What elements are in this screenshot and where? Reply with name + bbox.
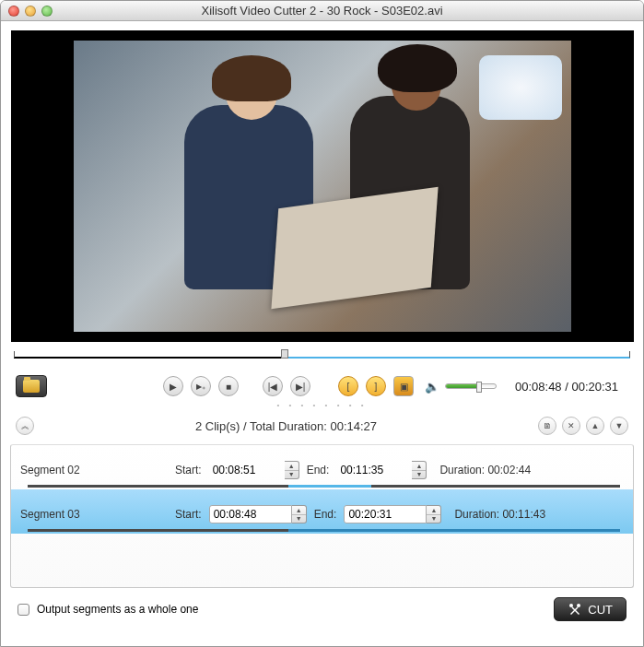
traffic-lights: [8, 6, 53, 17]
segment-name: Segment 02: [20, 464, 168, 476]
start-label: Start:: [175, 508, 202, 521]
clips-summary: 2 Clip(s) / Total Duration: 00:14:27: [34, 419, 538, 433]
play-pause-button[interactable]: ▶₊: [191, 376, 211, 396]
start-label: Start:: [175, 464, 202, 476]
segment-name: Segment 03: [20, 508, 168, 521]
collapse-list-button[interactable]: ︽: [16, 417, 34, 435]
zoom-window-button[interactable]: [41, 6, 53, 17]
timeline-playhead[interactable]: [281, 349, 288, 359]
time-readout: 00:08:48 / 00:20:31: [515, 380, 618, 394]
output-whole-label: Output segments as a whole one: [37, 603, 198, 616]
chevron-up-icon: ︽: [21, 420, 29, 432]
end-label: End:: [314, 508, 337, 521]
play-small-icon: ▶₊: [196, 382, 205, 391]
segment-mini-timeline: [28, 485, 620, 488]
arrow-down-icon: ▼: [615, 421, 624, 430]
scissors-icon: [568, 602, 582, 617]
total-time: 00:20:31: [571, 380, 618, 394]
duration-readout: Duration: 00:11:43: [454, 508, 545, 521]
video-preview-area[interactable]: [11, 30, 634, 342]
cut-button-label: CUT: [588, 603, 613, 617]
open-file-button[interactable]: [16, 375, 47, 397]
start-stepper[interactable]: ▲▼: [292, 505, 307, 523]
mark-in-button[interactable]: [: [338, 376, 358, 396]
segment-mini-timeline: [28, 529, 620, 532]
new-segment-button[interactable]: 🗎: [538, 417, 556, 435]
segments-panel: Segment 02Start:▲▼End:▲▼Duration: 00:02:…: [10, 444, 634, 588]
add-segment-button[interactable]: ▣: [393, 376, 414, 396]
end-stepper[interactable]: ▲▼: [427, 505, 441, 523]
stop-icon: ■: [226, 382, 231, 392]
close-icon: ✕: [568, 421, 575, 430]
play-button[interactable]: ▶: [163, 376, 183, 396]
window-title: Xilisoft Video Cutter 2 - 30 Rock - S03E…: [1, 4, 643, 18]
volume-control: 🔈: [425, 380, 497, 394]
next-icon: ▶|: [296, 382, 306, 392]
start-time-input[interactable]: [209, 461, 285, 479]
move-down-button[interactable]: ▼: [610, 417, 628, 435]
arrow-up-icon: ▲: [591, 421, 600, 430]
next-frame-button[interactable]: ▶|: [290, 376, 310, 396]
volume-handle[interactable]: [476, 382, 482, 393]
start-stepper[interactable]: ▲▼: [285, 461, 299, 479]
segment-row[interactable]: Segment 03Start:▲▼End:▲▼Duration: 00:11:…: [11, 489, 633, 534]
close-window-button[interactable]: [8, 6, 19, 17]
prev-frame-button[interactable]: |◀: [263, 376, 283, 396]
current-time: 00:08:48: [515, 380, 562, 394]
end-stepper[interactable]: ▲▼: [412, 461, 427, 479]
grip-dots[interactable]: • • • • • • • •: [10, 401, 634, 409]
delete-segment-button[interactable]: ✕: [562, 417, 580, 435]
minimize-window-button[interactable]: [25, 6, 36, 17]
duration-readout: Duration: 00:02:44: [439, 464, 531, 476]
move-up-button[interactable]: ▲: [586, 417, 604, 435]
segment-row[interactable]: Segment 02Start:▲▼End:▲▼Duration: 00:02:…: [11, 445, 633, 489]
start-time-input[interactable]: [209, 505, 292, 523]
prev-icon: |◀: [268, 382, 278, 392]
titlebar[interactable]: Xilisoft Video Cutter 2 - 30 Rock - S03E…: [1, 1, 643, 21]
mark-both-icon: ▣: [400, 382, 408, 392]
mark-out-icon: ]: [375, 382, 378, 392]
end-time-input[interactable]: [344, 505, 427, 523]
mark-in-icon: [: [347, 382, 350, 392]
end-label: End:: [307, 464, 330, 476]
timeline[interactable]: [14, 351, 630, 364]
folder-icon: [23, 380, 40, 393]
speaker-icon[interactable]: 🔈: [425, 380, 439, 394]
document-icon: 🗎: [544, 421, 552, 430]
app-window: Xilisoft Video Cutter 2 - 30 Rock - S03E…: [0, 0, 644, 647]
video-frame: [74, 41, 571, 332]
cut-button[interactable]: CUT: [554, 597, 626, 621]
timeline-selection-range: [285, 357, 630, 359]
output-whole-checkbox[interactable]: [18, 604, 29, 616]
end-time-input[interactable]: [336, 461, 412, 479]
play-icon: ▶: [170, 382, 177, 392]
stop-button[interactable]: ■: [218, 376, 239, 396]
mark-out-button[interactable]: ]: [366, 376, 386, 396]
volume-slider[interactable]: [445, 383, 497, 389]
